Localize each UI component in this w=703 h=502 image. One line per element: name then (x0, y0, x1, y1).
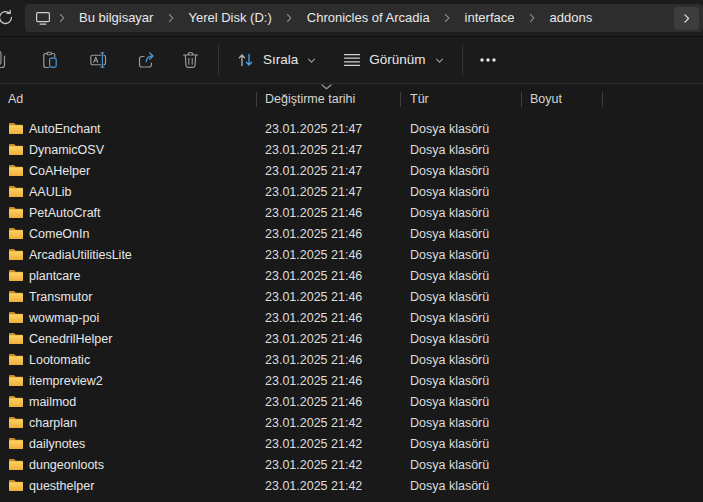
file-type: Dosya klasörü (401, 122, 522, 136)
table-row[interactable]: wowmap-poi 23.01.2025 21:46 Dosya klasör… (0, 307, 703, 328)
file-modified: 23.01.2025 21:42 (257, 458, 401, 472)
file-name-cell: Transmutor (0, 290, 257, 304)
table-row[interactable]: ComeOnIn 23.01.2025 21:46 Dosya klasörü (0, 223, 703, 244)
breadcrumb-overflow-button[interactable] (674, 7, 699, 30)
file-name-cell: charplan (0, 416, 257, 430)
file-type: Dosya klasörü (401, 332, 522, 346)
more-options-button[interactable] (470, 45, 506, 75)
file-modified: 23.01.2025 21:42 (257, 437, 401, 451)
chevron-right-icon (440, 8, 455, 28)
folder-icon (8, 479, 24, 492)
file-type: Dosya klasörü (401, 479, 522, 493)
folder-icon (8, 458, 24, 471)
view-button[interactable]: Görünüm (334, 45, 453, 75)
file-name-cell: plantcare (0, 269, 257, 283)
file-modified: 23.01.2025 21:47 (257, 185, 401, 199)
copy-icon[interactable] (0, 50, 7, 70)
file-name: questhelper (29, 479, 94, 493)
file-type: Dosya klasörü (401, 185, 522, 199)
file-modified: 23.01.2025 21:46 (257, 332, 401, 346)
refresh-icon[interactable] (0, 6, 16, 28)
column-header-spacer (603, 84, 703, 114)
file-name: wowmap-poi (29, 311, 99, 325)
table-row[interactable]: dailynotes 23.01.2025 21:42 Dosya klasör… (0, 433, 703, 454)
file-name-cell: dailynotes (0, 437, 257, 451)
folder-icon (8, 290, 24, 303)
file-name-cell: ArcadiaUtilitiesLite (0, 248, 257, 262)
file-type: Dosya klasörü (401, 143, 522, 157)
chevron-right-icon (680, 12, 693, 25)
table-row[interactable]: mailmod 23.01.2025 21:46 Dosya klasörü (0, 391, 703, 412)
column-header-size[interactable]: Boyut (522, 84, 603, 114)
file-modified: 23.01.2025 21:46 (257, 290, 401, 304)
table-row[interactable]: CenedrilHelper 23.01.2025 21:46 Dosya kl… (0, 328, 703, 349)
table-row[interactable]: Lootomatic 23.01.2025 21:46 Dosya klasör… (0, 349, 703, 370)
file-type: Dosya klasörü (401, 248, 522, 262)
column-header-name[interactable]: Ad (0, 84, 257, 114)
file-name-cell: Lootomatic (0, 353, 257, 367)
sort-button-label: Sırala (263, 51, 298, 69)
file-name: ArcadiaUtilitiesLite (29, 248, 132, 262)
folder-icon (8, 164, 24, 177)
file-modified: 23.01.2025 21:46 (257, 248, 401, 262)
address-bar-row: Bu bilgisayar Yerel Disk (D:) Chronicles… (0, 0, 703, 37)
file-modified: 23.01.2025 21:42 (257, 416, 401, 430)
file-type: Dosya klasörü (401, 437, 522, 451)
breadcrumb-item-bu-bilgisayar[interactable]: Bu bilgisayar (70, 5, 162, 31)
table-row[interactable]: questhelper 23.01.2025 21:42 Dosya klasö… (0, 475, 703, 496)
file-name: PetAutoCraft (29, 206, 101, 220)
file-modified: 23.01.2025 21:46 (257, 227, 401, 241)
folder-icon (8, 416, 24, 429)
column-header-type[interactable]: Tür (401, 84, 522, 114)
table-row[interactable]: plantcare 23.01.2025 21:46 Dosya klasörü (0, 265, 703, 286)
chevron-right-icon (54, 8, 69, 28)
file-name: ComeOnIn (29, 227, 89, 241)
table-row[interactable]: Transmutor 23.01.2025 21:46 Dosya klasör… (0, 286, 703, 307)
table-row[interactable]: DynamicOSV 23.01.2025 21:47 Dosya klasör… (0, 139, 703, 160)
file-modified: 23.01.2025 21:47 (257, 164, 401, 178)
file-type: Dosya klasörü (401, 269, 522, 283)
file-type: Dosya klasörü (401, 311, 522, 325)
address-bar[interactable]: Bu bilgisayar Yerel Disk (D:) Chronicles… (25, 4, 703, 32)
file-modified: 23.01.2025 21:46 (257, 311, 401, 325)
table-row[interactable]: CoAHelper 23.01.2025 21:47 Dosya klasörü (0, 160, 703, 181)
folder-icon (8, 332, 24, 345)
file-name-cell: CoAHelper (0, 164, 257, 178)
file-modified: 23.01.2025 21:42 (257, 479, 401, 493)
breadcrumb-item-yerel-disk-d[interactable]: Yerel Disk (D:) (179, 5, 280, 31)
chevron-down-icon (434, 55, 445, 66)
column-header-label: Tür (410, 92, 429, 106)
file-modified: 23.01.2025 21:47 (257, 122, 401, 136)
table-row[interactable]: PetAutoCraft 23.01.2025 21:46 Dosya klas… (0, 202, 703, 223)
share-icon[interactable] (136, 50, 156, 70)
file-name: CenedrilHelper (29, 332, 112, 346)
column-headers: Ad Değiştirme tarihi Tür Boyut (0, 84, 703, 114)
breadcrumb-item-chronicles-of-arcadia[interactable]: Chronicles of Arcadia (298, 5, 439, 31)
table-row[interactable]: itempreview2 23.01.2025 21:46 Dosya klas… (0, 370, 703, 391)
table-row[interactable]: charplan 23.01.2025 21:42 Dosya klasörü (0, 412, 703, 433)
file-name-cell: DynamicOSV (0, 143, 257, 157)
file-modified: 23.01.2025 21:46 (257, 269, 401, 283)
table-row[interactable]: ArcadiaUtilitiesLite 23.01.2025 21:46 Do… (0, 244, 703, 265)
file-modified: 23.01.2025 21:46 (257, 206, 401, 220)
file-name: CoAHelper (29, 164, 90, 178)
table-row[interactable]: AAULib 23.01.2025 21:47 Dosya klasörü (0, 181, 703, 202)
file-name: AAULib (29, 185, 71, 199)
trash-icon[interactable] (180, 50, 200, 70)
rename-icon[interactable] (88, 50, 108, 70)
file-modified: 23.01.2025 21:47 (257, 143, 401, 157)
file-name: Transmutor (29, 290, 92, 304)
breadcrumb-item-addons[interactable]: addons (540, 5, 601, 31)
folder-icon (8, 122, 24, 135)
file-name-cell: PetAutoCraft (0, 206, 257, 220)
file-type: Dosya klasörü (401, 227, 522, 241)
breadcrumb-item-interface[interactable]: interface (456, 5, 524, 31)
table-row[interactable]: AutoEnchant 23.01.2025 21:47 Dosya klasö… (0, 118, 703, 139)
column-header-modified[interactable]: Değiştirme tarihi (257, 84, 401, 114)
paste-icon[interactable] (40, 50, 60, 70)
file-name: mailmod (29, 395, 76, 409)
chevron-right-icon (163, 8, 178, 28)
table-row[interactable]: dungeonloots 23.01.2025 21:42 Dosya klas… (0, 454, 703, 475)
file-name-cell: questhelper (0, 479, 257, 493)
sort-button[interactable]: Sırala (227, 45, 326, 75)
